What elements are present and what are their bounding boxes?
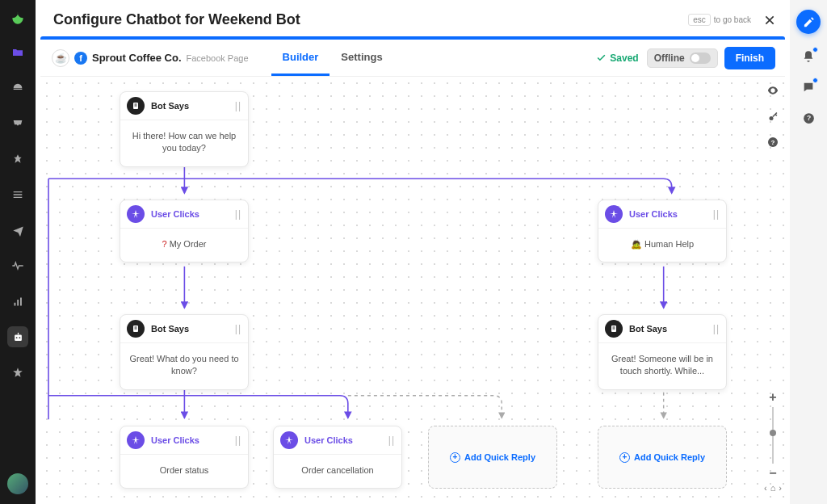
node-bot-intro[interactable]: Bot Says || Hi there! How can we help yo…: [120, 91, 249, 167]
toggle-switch-icon[interactable]: [690, 52, 711, 64]
compose-button[interactable]: [796, 10, 821, 34]
close-icon[interactable]: [762, 13, 777, 27]
eye-icon[interactable]: [766, 83, 780, 98]
node-add-quick-reply-left[interactable]: + Add Quick Reply: [428, 426, 557, 489]
saved-label: Saved: [610, 52, 638, 64]
node-header-label: User Clicks: [629, 209, 678, 219]
zoom-control: + − ‹ ⌂ ›: [764, 391, 782, 493]
help-gutter-icon[interactable]: ?: [800, 110, 817, 126]
tab-settings[interactable]: Settings: [330, 40, 393, 76]
node-body: 🙇 Human Help: [598, 229, 726, 262]
bell-icon[interactable]: [800, 48, 817, 65]
go-back-hint: to go back: [714, 15, 751, 24]
send-icon[interactable]: [7, 220, 28, 241]
zoom-in-button[interactable]: +: [766, 391, 779, 404]
right-gutter: ?: [790, 0, 827, 504]
page-name: Sprout Coffee Co.: [92, 52, 182, 64]
zoom-slider[interactable]: [772, 407, 774, 464]
dashboard-icon[interactable]: [7, 78, 28, 99]
offline-toggle[interactable]: Offline: [647, 48, 718, 68]
home-icon[interactable]: ⌂: [770, 483, 776, 493]
flow-canvas[interactable]: Bot Says || Hi there! How can we help yo…: [40, 77, 785, 499]
node-bot-human-followup[interactable]: Bot Says || Great! Someone will be in to…: [598, 314, 727, 390]
drag-handle-icon[interactable]: ||: [713, 323, 720, 334]
svg-rect-4: [135, 104, 137, 105]
page-logo-icon: ☕: [52, 49, 69, 67]
svg-point-12: [769, 116, 773, 120]
canvas-tools: ?: [766, 83, 780, 149]
node-body: Great! Someone will be in touch shortly.…: [598, 343, 726, 389]
bars-icon[interactable]: [7, 291, 28, 312]
node-body: Order cancellation: [274, 455, 401, 488]
nav-left-icon[interactable]: ‹: [764, 483, 767, 493]
svg-rect-11: [613, 329, 615, 330]
drag-handle-icon[interactable]: ||: [235, 208, 241, 220]
node-body: Great! What do you need to know?: [120, 343, 248, 389]
bot-says-icon: [127, 97, 145, 115]
nav-right-icon[interactable]: ›: [779, 483, 782, 493]
bot-says-icon: [605, 320, 623, 338]
node-user-order-status[interactable]: User Clicks || Order status: [120, 426, 249, 489]
svg-point-1: [15, 337, 17, 338]
app-side-rail: [0, 0, 36, 504]
chat-icon[interactable]: [800, 79, 817, 95]
key-icon[interactable]: [766, 109, 780, 124]
node-bot-order-followup[interactable]: Bot Says || Great! What do you need to k…: [120, 314, 249, 390]
sprout-logo-icon: [9, 10, 27, 27]
node-add-quick-reply-right[interactable]: + Add Quick Reply: [598, 426, 727, 489]
plus-icon: +: [619, 452, 630, 463]
node-header-label: Bot Says: [151, 101, 189, 111]
node-header-label: User Clicks: [151, 435, 199, 445]
node-user-my-order[interactable]: User Clicks || ?My Order: [120, 200, 249, 262]
svg-rect-7: [135, 327, 137, 328]
add-quick-reply-button[interactable]: + Add Quick Reply: [450, 452, 535, 463]
folder-icon[interactable]: [7, 42, 28, 63]
node-header-label: Bot Says: [629, 324, 667, 334]
add-quick-reply-label: Add Quick Reply: [634, 452, 705, 462]
svg-text:?: ?: [771, 139, 775, 146]
zoom-out-button[interactable]: −: [766, 467, 779, 480]
drag-handle-icon[interactable]: ||: [235, 435, 241, 446]
node-header-label: Bot Says: [151, 324, 189, 334]
offline-label: Offline: [654, 52, 685, 64]
plus-icon: +: [450, 452, 460, 463]
drag-handle-icon[interactable]: ||: [235, 323, 241, 334]
user-clicks-icon: [127, 205, 145, 223]
star-icon[interactable]: [7, 362, 28, 383]
svg-rect-10: [613, 327, 615, 328]
facebook-icon: f: [74, 52, 87, 65]
bot-says-icon: [127, 320, 145, 338]
drag-handle-icon[interactable]: ||: [235, 100, 241, 111]
svg-rect-8: [135, 329, 137, 330]
help-icon[interactable]: ?: [766, 135, 780, 149]
svg-text:?: ?: [806, 114, 810, 122]
drag-handle-icon[interactable]: ||: [388, 435, 395, 446]
user-clicks-icon: [605, 205, 623, 223]
drag-handle-icon[interactable]: ||: [713, 208, 720, 220]
modal-header: Configure Chatbot for Weekend Bot esc to…: [36, 0, 790, 36]
inbox-icon[interactable]: [7, 113, 28, 134]
user-avatar[interactable]: [7, 473, 28, 494]
user-clicks-icon: [127, 431, 145, 449]
user-clicks-icon: [280, 431, 298, 449]
node-user-order-cancel[interactable]: User Clicks || Order cancellation: [273, 426, 402, 489]
list-icon[interactable]: [7, 184, 28, 205]
node-header-label: User Clicks: [151, 209, 199, 219]
node-body: Order status: [120, 455, 248, 488]
builder-toolbar: ☕ f Sprout Coffee Co. Facebook Page Buil…: [40, 40, 785, 77]
pulse-icon[interactable]: [7, 255, 28, 276]
bot-icon[interactable]: [7, 326, 28, 347]
node-header-label: User Clicks: [304, 435, 353, 445]
pin-icon[interactable]: [7, 149, 28, 170]
node-body: ?My Order: [120, 229, 248, 262]
svg-rect-5: [135, 106, 137, 107]
node-user-human-help[interactable]: User Clicks || 🙇 Human Help: [598, 200, 727, 262]
node-body: Hi there! How can we help you today?: [120, 120, 248, 166]
add-quick-reply-label: Add Quick Reply: [464, 452, 535, 462]
esc-key-hint: esc: [688, 14, 711, 26]
finish-button[interactable]: Finish: [724, 47, 775, 69]
page-subtype: Facebook Page: [187, 53, 249, 63]
add-quick-reply-button[interactable]: + Add Quick Reply: [619, 452, 705, 463]
modal-title: Configure Chatbot for Weekend Bot: [53, 11, 300, 28]
tab-builder[interactable]: Builder: [271, 40, 330, 76]
